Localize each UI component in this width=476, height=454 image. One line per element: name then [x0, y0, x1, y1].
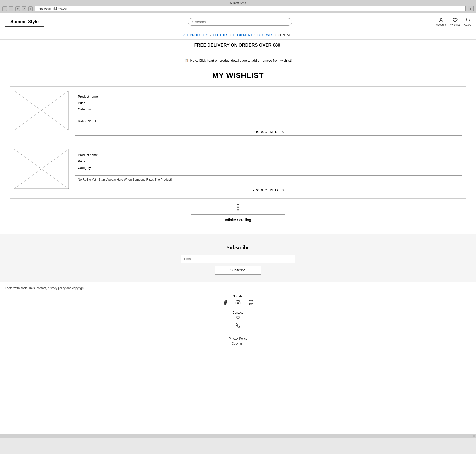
refresh-button[interactable]: ↻ [15, 6, 20, 11]
search-bar: ⌕ [188, 18, 292, 26]
contact-label: Contact: [5, 311, 471, 314]
browser-title: Summit Style [2, 1, 474, 4]
wishlist-card-1: Product name Price Category Rating 3/5 ★… [10, 86, 466, 140]
svg-rect-9 [236, 301, 240, 305]
account-icon [439, 18, 444, 23]
svg-point-0 [440, 18, 442, 20]
back-button[interactable]: ← [2, 6, 7, 11]
nav-courses[interactable]: COURSES [257, 33, 273, 37]
dot-3 [237, 209, 239, 211]
svg-point-2 [469, 22, 470, 22]
cart-amount: €0.00 [464, 23, 471, 26]
nav-sep-4: › [275, 33, 276, 37]
footer-socials: Socials: [5, 295, 471, 307]
subscribe-title: Subscribe [5, 244, 471, 251]
browser-chrome: Summit Style ← → ↻ ✕ ⌂ ⌕ [0, 0, 476, 13]
rating-text-1: Rating 3/5 [78, 119, 92, 123]
star-icon-1: ★ [94, 119, 97, 123]
svg-point-11 [239, 301, 239, 302]
footer-contact: Contact: [5, 311, 471, 329]
nav-sep-3: › [254, 33, 255, 37]
contact-icons [236, 316, 240, 329]
cart-button[interactable]: €0.00 [464, 18, 471, 26]
privacy-policy-link[interactable]: Privacy Policy [5, 337, 471, 340]
home-button[interactable]: ⌂ [28, 6, 33, 11]
nav-equipment[interactable]: EQUIPMENT [233, 33, 252, 37]
product-category-2: Category [78, 165, 459, 171]
site-logo-button[interactable]: Summit Style [5, 17, 44, 27]
nav-sep-1: › [210, 33, 211, 37]
product-info-1: Product name Price Category Rating 3/5 ★… [75, 91, 462, 136]
page-wrapper: Summit Style ⌕ Account Wishlist [0, 13, 476, 434]
product-price-2: Price [78, 158, 459, 165]
wishlist-icon [453, 18, 458, 23]
nav-all-products[interactable]: ALL PRODUCTS [183, 33, 208, 37]
svg-point-1 [467, 22, 467, 22]
site-header: Summit Style ⌕ Account Wishlist [0, 13, 476, 30]
scroll-indicator [473, 435, 475, 437]
product-name-price-cat-2: Product name Price Category [75, 149, 462, 174]
product-image-1 [14, 91, 69, 130]
dot-1 [237, 204, 239, 205]
product-no-rating-2: No Rating Yet - Stars Appear Here When S… [75, 175, 462, 184]
phone-icon[interactable] [236, 323, 240, 329]
promo-banner: FREE DELIVERY ON ORDERS OVER €80! [0, 40, 476, 51]
wishlist-note: 📋 Note: Click heart on product detail pa… [180, 56, 296, 65]
search-icon: ⌕ [192, 20, 194, 24]
wishlist-label: Wishlist [450, 23, 460, 26]
nav-clothes[interactable]: CLOTHES [213, 33, 228, 37]
forward-button[interactable]: → [9, 6, 13, 11]
subscribe-section: Subscribe Subscribe [0, 234, 476, 282]
instagram-icon[interactable] [235, 300, 241, 307]
product-info-2: Product name Price Category No Rating Ye… [75, 149, 462, 194]
svg-point-10 [237, 302, 239, 304]
wishlist-note-text: Note: Click heart on product detail page… [190, 59, 292, 62]
social-icons-row [5, 300, 471, 307]
socials-label: Socials: [5, 295, 471, 298]
product-name-price-cat-1: Product name Price Category [75, 91, 462, 115]
product-price-1: Price [78, 100, 459, 106]
page-title: MY WISHLIST [10, 71, 466, 80]
footer-note: Footer with social links, contact, priva… [5, 286, 471, 290]
copyright-text: Copyright [232, 342, 244, 345]
github-icon[interactable] [248, 300, 254, 307]
wishlist-button[interactable]: Wishlist [450, 18, 460, 26]
loading-dots [10, 204, 466, 211]
email-icon[interactable] [236, 316, 240, 321]
site-footer: Footer with social links, contact, priva… [0, 282, 476, 348]
nav-contact: CONTACT [278, 33, 293, 37]
account-button[interactable]: Account [436, 18, 446, 26]
site-nav: ALL PRODUCTS › CLOTHES › EQUIPMENT › COU… [0, 30, 476, 40]
nav-sep-2: › [230, 33, 231, 37]
footer-links: Privacy Policy Copyright [5, 333, 471, 345]
dot-2 [237, 206, 239, 208]
product-image-2 [14, 149, 69, 189]
main-content: 📋 Note: Click heart on product detail pa… [0, 51, 476, 234]
header-actions: Account Wishlist €0.00 [436, 18, 471, 26]
search-input[interactable] [195, 20, 288, 24]
clipboard-icon: 📋 [184, 59, 188, 62]
wishlist-card-2: Product name Price Category No Rating Ye… [10, 145, 466, 199]
product-name-2: Product name [78, 152, 459, 158]
facebook-icon[interactable] [222, 300, 228, 307]
url-bar[interactable] [35, 6, 466, 11]
product-name-1: Product name [78, 93, 459, 100]
browser-search-button[interactable]: ⌕ [468, 6, 474, 11]
product-category-1: Category [78, 106, 459, 113]
infinite-scroll-button[interactable]: Infinite Scrolling [191, 214, 285, 225]
cart-icon [465, 18, 470, 23]
close-button[interactable]: ✕ [22, 6, 26, 11]
email-input[interactable] [181, 255, 295, 263]
subscribe-button[interactable]: Subscribe [215, 266, 261, 275]
product-rating-1: Rating 3/5 ★ [75, 117, 462, 125]
product-details-button-1[interactable]: PRODUCT DETAILS [75, 128, 462, 136]
browser-bottom-bar [0, 434, 476, 438]
account-label: Account [436, 23, 446, 26]
product-details-button-2[interactable]: PRODUCT DETAILS [75, 187, 462, 194]
